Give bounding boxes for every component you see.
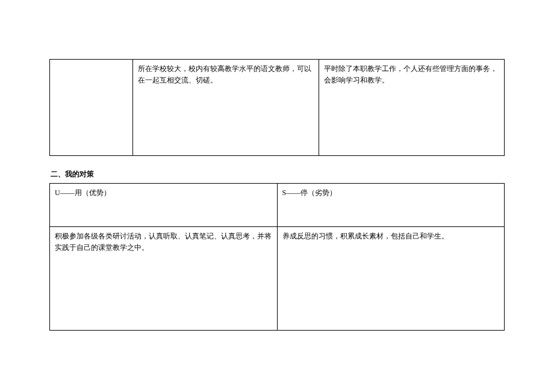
strategy-table: U——用（优势） S——停（劣势） 积极参加各级各类研讨活动，认真听取、认真笔记… xyxy=(49,183,505,331)
table1-col1 xyxy=(50,60,133,156)
strategy-content-use-strength: 积极参加各级各类研讨活动，认真听取、认真笔记、认真思考，并将实践于自己的课堂教学… xyxy=(50,227,278,331)
section-title-my-strategy: 二、我的对策 xyxy=(49,169,505,179)
strategy-content-stop-weakness: 养成反思的习惯，积累成长素材，包括自己和学生。 xyxy=(277,227,505,331)
strategy-header-stop-weakness: S——停（劣势） xyxy=(277,184,505,227)
table1-col3-threat: 平时除了本职教学工作，个人还有些管理方面的事务，会影响学习和教学。 xyxy=(319,60,504,156)
strategy-header-use-strength: U——用（优势） xyxy=(50,184,278,227)
table1-col2-opportunity: 所在学校较大，校内有较高教学水平的语文教师，可以在一起互相交流、切磋。 xyxy=(133,60,319,156)
swot-table-prev-section: 所在学校较大，校内有较高教学水平的语文教师，可以在一起互相交流、切磋。 平时除了… xyxy=(49,59,505,156)
